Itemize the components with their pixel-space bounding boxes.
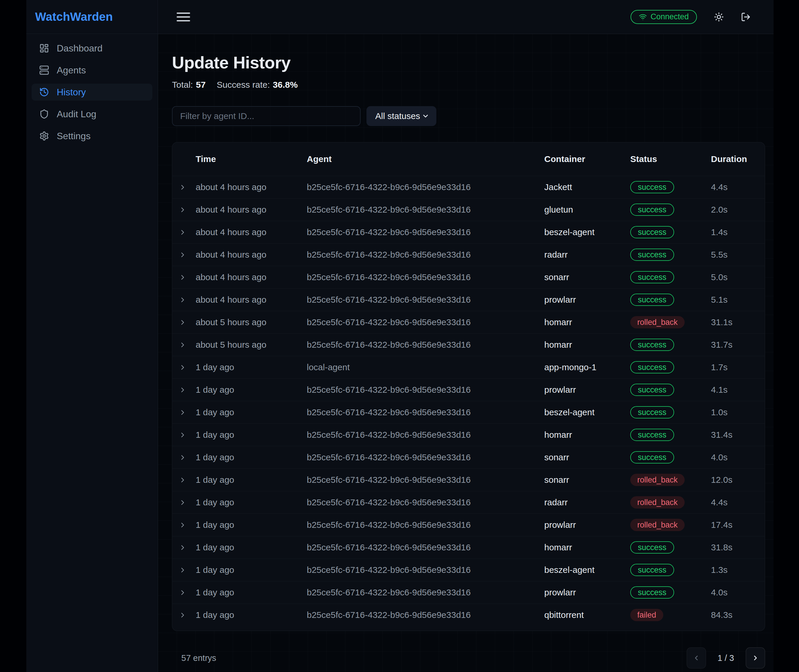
- sidebar-item-label: History: [57, 87, 86, 98]
- sidebar-item-history[interactable]: History: [32, 84, 152, 101]
- expand-chevron-icon[interactable]: [172, 431, 196, 439]
- table-row[interactable]: 1 day ago b25ce5fc-6716-4322-b9c6-9d56e9…: [172, 536, 765, 558]
- expand-chevron-icon[interactable]: [172, 544, 196, 552]
- row-duration: 5.0s: [711, 272, 765, 282]
- status-badge: success: [630, 339, 674, 351]
- table-row[interactable]: 1 day ago b25ce5fc-6716-4322-b9c6-9d56e9…: [172, 401, 765, 424]
- row-duration: 4.0s: [711, 453, 765, 462]
- expand-chevron-icon[interactable]: [172, 589, 196, 597]
- expand-chevron-icon[interactable]: [172, 611, 196, 619]
- expand-chevron-icon[interactable]: [172, 251, 196, 259]
- row-agent-id: b25ce5fc-6716-4322-b9c6-9d56e9e33d16: [307, 498, 544, 507]
- table-row[interactable]: 1 day ago b25ce5fc-6716-4322-b9c6-9d56e9…: [172, 603, 765, 626]
- table-row[interactable]: 1 day ago b25ce5fc-6716-4322-b9c6-9d56e9…: [172, 558, 765, 581]
- sidebar-item-dashboard[interactable]: Dashboard: [32, 40, 152, 57]
- row-duration: 31.4s: [711, 430, 765, 440]
- row-duration: 17.4s: [711, 520, 765, 530]
- expand-chevron-icon[interactable]: [172, 521, 196, 529]
- row-agent-id: b25ce5fc-6716-4322-b9c6-9d56e9e33d16: [307, 340, 544, 350]
- row-time: about 4 hours ago: [196, 250, 307, 260]
- pagination-bar: 57 entrys 1 / 3: [172, 648, 765, 669]
- entries-count: 57 entrys: [181, 653, 216, 663]
- theme-toggle-button[interactable]: [714, 12, 724, 22]
- sidebar-item-label: Agents: [57, 65, 86, 76]
- expand-chevron-icon[interactable]: [172, 318, 196, 326]
- row-time: about 4 hours ago: [196, 272, 307, 282]
- row-time: about 4 hours ago: [196, 182, 307, 192]
- left-gutter: [0, 0, 26, 672]
- expand-chevron-icon[interactable]: [172, 183, 196, 191]
- right-gutter: [773, 0, 799, 672]
- table-row[interactable]: about 5 hours ago b25ce5fc-6716-4322-b9c…: [172, 333, 765, 356]
- expand-chevron-icon[interactable]: [172, 363, 196, 371]
- row-container: homarr: [544, 317, 630, 327]
- table-row[interactable]: 1 day ago b25ce5fc-6716-4322-b9c6-9d56e9…: [172, 514, 765, 536]
- table-row[interactable]: about 4 hours ago b25ce5fc-6716-4322-b9c…: [172, 288, 765, 311]
- chevron-down-icon: [422, 112, 429, 120]
- row-duration: 1.7s: [711, 362, 765, 372]
- status-badge: rolled_back: [630, 474, 685, 486]
- row-duration: 1.3s: [711, 565, 765, 575]
- chevron-right-icon: [752, 654, 759, 662]
- table-row[interactable]: about 4 hours ago b25ce5fc-6716-4322-b9c…: [172, 198, 765, 221]
- sidebar-item-audit-log[interactable]: Audit Log: [32, 106, 152, 123]
- table-row[interactable]: about 4 hours ago b25ce5fc-6716-4322-b9c…: [172, 266, 765, 288]
- page-title: Update History: [172, 53, 765, 72]
- table-row[interactable]: 1 day ago local-agent app-mongo-1 succes…: [172, 356, 765, 378]
- agent-filter-input[interactable]: [172, 106, 360, 126]
- row-container: sonarr: [544, 272, 630, 282]
- row-agent-id: b25ce5fc-6716-4322-b9c6-9d56e9e33d16: [307, 430, 544, 440]
- logout-button[interactable]: [741, 12, 751, 22]
- expand-chevron-icon[interactable]: [172, 274, 196, 281]
- row-agent-id: b25ce5fc-6716-4322-b9c6-9d56e9e33d16: [307, 295, 544, 305]
- sidebar-item-settings[interactable]: Settings: [32, 128, 152, 144]
- status-badge: rolled_back: [630, 519, 685, 531]
- table-row[interactable]: 1 day ago b25ce5fc-6716-4322-b9c6-9d56e9…: [172, 581, 765, 603]
- table-row[interactable]: about 4 hours ago b25ce5fc-6716-4322-b9c…: [172, 176, 765, 198]
- row-agent-id: b25ce5fc-6716-4322-b9c6-9d56e9e33d16: [307, 317, 544, 327]
- previous-page-button[interactable]: [687, 648, 706, 669]
- expand-chevron-icon[interactable]: [172, 408, 196, 416]
- row-container: prowlarr: [544, 385, 630, 395]
- menu-toggle-button[interactable]: [177, 13, 190, 21]
- main-area: Connected Update History Total: 57 Succe…: [158, 0, 773, 672]
- table-row[interactable]: 1 day ago b25ce5fc-6716-4322-b9c6-9d56e9…: [172, 378, 765, 401]
- app-logo: WatchWarden: [35, 10, 113, 23]
- table-row[interactable]: about 4 hours ago b25ce5fc-6716-4322-b9c…: [172, 221, 765, 243]
- expand-chevron-icon[interactable]: [172, 386, 196, 394]
- row-container: sonarr: [544, 453, 630, 462]
- table-row[interactable]: 1 day ago b25ce5fc-6716-4322-b9c6-9d56e9…: [172, 446, 765, 469]
- next-page-button[interactable]: [746, 648, 765, 669]
- row-container: prowlarr: [544, 295, 630, 305]
- table-row[interactable]: about 4 hours ago b25ce5fc-6716-4322-b9c…: [172, 243, 765, 266]
- expand-chevron-icon[interactable]: [172, 476, 196, 484]
- row-time: 1 day ago: [196, 520, 307, 530]
- expand-chevron-icon[interactable]: [172, 341, 196, 349]
- page-content: Update History Total: 57 Success rate: 3…: [158, 34, 773, 672]
- expand-chevron-icon[interactable]: [172, 229, 196, 236]
- table-row[interactable]: 1 day ago b25ce5fc-6716-4322-b9c6-9d56e9…: [172, 424, 765, 446]
- row-container: radarr: [544, 498, 630, 507]
- row-agent-id: local-agent: [307, 362, 544, 372]
- column-header-time: Time: [196, 154, 307, 164]
- sidebar-item-agents[interactable]: Agents: [32, 62, 152, 78]
- history-table-card: Time Agent Container Status Duration abo…: [172, 142, 765, 631]
- expand-chevron-icon[interactable]: [172, 454, 196, 461]
- expand-chevron-icon[interactable]: [172, 296, 196, 304]
- expand-chevron-icon[interactable]: [172, 206, 196, 214]
- status-filter-value: All statuses: [375, 111, 420, 121]
- row-container: beszel-agent: [544, 407, 630, 417]
- expand-chevron-icon[interactable]: [172, 566, 196, 574]
- success-rate-value: 36.8%: [273, 80, 298, 90]
- table-row[interactable]: about 5 hours ago b25ce5fc-6716-4322-b9c…: [172, 311, 765, 333]
- status-badge: success: [630, 226, 674, 238]
- row-time: 1 day ago: [196, 430, 307, 440]
- status-badge: rolled_back: [630, 496, 685, 509]
- status-filter-select[interactable]: All statuses: [367, 106, 436, 126]
- row-time: about 5 hours ago: [196, 317, 307, 327]
- table-row[interactable]: 1 day ago b25ce5fc-6716-4322-b9c6-9d56e9…: [172, 491, 765, 514]
- expand-chevron-icon[interactable]: [172, 499, 196, 507]
- row-agent-id: b25ce5fc-6716-4322-b9c6-9d56e9e33d16: [307, 565, 544, 575]
- row-container: gluetun: [544, 205, 630, 214]
- table-row[interactable]: 1 day ago b25ce5fc-6716-4322-b9c6-9d56e9…: [172, 469, 765, 491]
